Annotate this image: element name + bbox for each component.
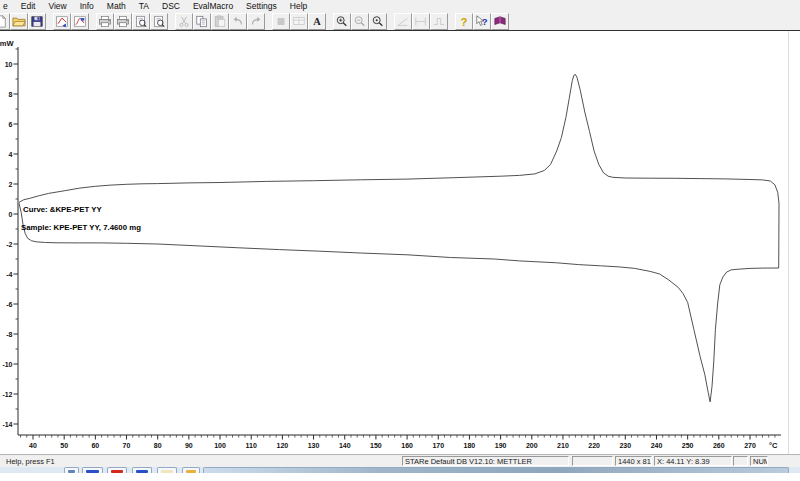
status-help-text: Help, press F1	[6, 457, 55, 466]
help-context-icon: ?	[475, 15, 489, 28]
menu-settings[interactable]: Settings	[246, 1, 277, 11]
svg-text:A: A	[313, 16, 321, 27]
menu-dsc[interactable]: DSC	[162, 1, 180, 11]
zoom-in-button[interactable]	[333, 13, 351, 30]
sample-annotation: Sample: KPE-PET YY, 7.4600 mg	[21, 223, 141, 232]
status-empty-panel-2	[733, 456, 748, 466]
help-button[interactable]: ?	[455, 13, 473, 30]
menu-evalmacro[interactable]: EvalMacro	[193, 1, 233, 11]
table-button	[290, 13, 308, 30]
status-num-lock-indicator: NUM	[750, 456, 768, 466]
print-preview-button[interactable]	[132, 13, 150, 30]
text-A-icon: A	[310, 15, 324, 28]
status-empty-panel	[572, 456, 613, 466]
toolbar-separator	[46, 13, 53, 30]
window-right-border	[788, 31, 789, 454]
print-icon	[116, 15, 130, 28]
preview-icon	[152, 15, 166, 28]
cut-button	[175, 13, 193, 30]
open-curve-alt-button[interactable]	[71, 13, 89, 30]
toolbar-separator	[168, 13, 175, 30]
zoom-out-icon	[353, 15, 367, 28]
stare-app-window: eEditViewInfoMathTADSCEvalMacroSettingsH…	[0, 0, 800, 481]
print-preview-alt-button[interactable]	[150, 13, 168, 30]
status-resolution-panel: 1440 x 818	[615, 456, 652, 466]
chart-plot-area[interactable]	[0, 31, 800, 454]
toolbar-separator	[326, 13, 333, 30]
tangent-tool-button	[394, 13, 412, 30]
doc-new-icon	[0, 15, 8, 28]
save-icon	[30, 15, 44, 28]
open-button[interactable]	[10, 13, 28, 30]
table-icon	[292, 15, 306, 28]
toolbar: A??	[0, 12, 800, 31]
toolbar-separator	[265, 13, 272, 30]
menu-info[interactable]: Info	[80, 1, 94, 11]
status-bar: Help, press F1 STARe Default DB V12.10: …	[0, 454, 800, 467]
svg-text:?: ?	[461, 15, 468, 27]
curve-open2-icon	[73, 15, 87, 28]
redo-button	[247, 13, 265, 30]
zoom-in-icon	[335, 15, 349, 28]
print-button[interactable]	[96, 13, 114, 30]
cut-icon	[177, 15, 191, 28]
menu-edit[interactable]: Edit	[21, 1, 36, 11]
menu-view[interactable]: View	[48, 1, 66, 11]
curve-annotation: Curve: &KPE-PET YY	[23, 205, 102, 214]
integrate-icon	[414, 15, 428, 28]
stop-button	[272, 13, 290, 30]
stop-icon	[274, 15, 288, 28]
folder-open-icon	[12, 15, 26, 28]
menu-math[interactable]: Math	[107, 1, 126, 11]
menu-ta[interactable]: TA	[139, 1, 149, 11]
context-help-button[interactable]: ?	[473, 13, 491, 30]
menu-bar: eEditViewInfoMathTADSCEvalMacroSettingsH…	[0, 0, 800, 12]
zoom-reset-button[interactable]	[369, 13, 387, 30]
step-tool-button	[430, 13, 448, 30]
curve-open-icon	[55, 15, 69, 28]
zoom-out-button	[351, 13, 369, 30]
copy-button[interactable]	[193, 13, 211, 30]
integration-tool-button	[412, 13, 430, 30]
redo-icon	[249, 15, 263, 28]
menu-file[interactable]: e	[3, 1, 8, 11]
toolbar-separator	[448, 13, 455, 30]
svg-text:?: ?	[482, 15, 488, 26]
undo-icon	[231, 15, 245, 28]
toolbar-separator	[387, 13, 394, 30]
desktop-sliver	[0, 473, 800, 481]
new-button[interactable]	[0, 13, 10, 30]
print-icon	[98, 15, 112, 28]
save-button[interactable]	[28, 13, 46, 30]
text-label-button[interactable]: A	[308, 13, 326, 30]
preview-icon	[134, 15, 148, 28]
paste-icon	[213, 15, 227, 28]
paste-button	[211, 13, 229, 30]
help-icon: ?	[457, 15, 471, 28]
toolbar-separator	[89, 13, 96, 30]
status-cursor-coords-panel: X: 44.11 Y: 8.39	[654, 456, 732, 466]
status-database-panel: STARe Default DB V12.10: METTLER	[402, 456, 569, 466]
evalmacro-book-button[interactable]	[491, 13, 509, 30]
step-icon	[432, 15, 446, 28]
zoom-reset-icon	[371, 15, 385, 28]
menu-help[interactable]: Help	[290, 1, 307, 11]
open-curve-button[interactable]	[53, 13, 71, 30]
tangent-icon	[396, 15, 410, 28]
print-copy-button[interactable]	[114, 13, 132, 30]
book-icon	[493, 15, 507, 28]
copy-icon	[195, 15, 209, 28]
undo-button	[229, 13, 247, 30]
